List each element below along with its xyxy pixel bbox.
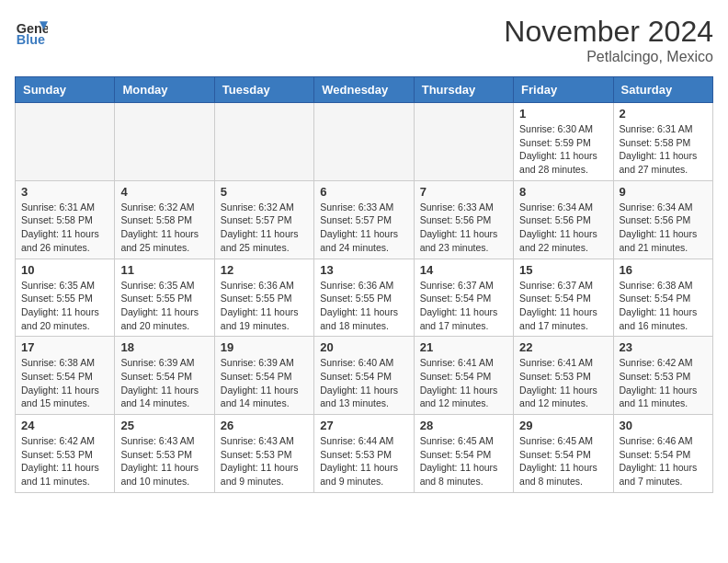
- day-info: Sunrise: 6:37 AMSunset: 5:54 PMDaylight:…: [519, 279, 607, 333]
- day-info: Sunrise: 6:44 AMSunset: 5:53 PMDaylight:…: [320, 434, 407, 488]
- calendar-cell: 6Sunrise: 6:33 AMSunset: 5:57 PMDaylight…: [314, 180, 414, 259]
- column-header-monday: Monday: [115, 77, 214, 103]
- calendar-cell: 22Sunrise: 6:41 AMSunset: 5:53 PMDayligh…: [514, 337, 613, 415]
- day-number: 14: [420, 263, 507, 277]
- calendar-cell: 14Sunrise: 6:37 AMSunset: 5:54 PMDayligh…: [414, 259, 513, 337]
- day-info: Sunrise: 6:37 AMSunset: 5:54 PMDaylight:…: [420, 279, 507, 333]
- day-info: Sunrise: 6:45 AMSunset: 5:54 PMDaylight:…: [420, 434, 507, 488]
- calendar-cell: 3Sunrise: 6:31 AMSunset: 5:58 PMDaylight…: [16, 180, 115, 259]
- day-number: 29: [519, 419, 607, 432]
- day-info: Sunrise: 6:33 AMSunset: 5:57 PMDaylight:…: [320, 201, 407, 255]
- calendar-week-row: 17Sunrise: 6:38 AMSunset: 5:54 PMDayligh…: [16, 337, 713, 415]
- day-number: 1: [519, 107, 607, 121]
- calendar-cell: 5Sunrise: 6:32 AMSunset: 5:57 PMDaylight…: [214, 180, 313, 259]
- day-number: 17: [21, 340, 108, 354]
- day-number: 27: [320, 419, 407, 432]
- day-number: 6: [320, 185, 407, 199]
- calendar-cell: 29Sunrise: 6:45 AMSunset: 5:54 PMDayligh…: [514, 415, 613, 493]
- column-header-sunday: Sunday: [16, 77, 115, 103]
- calendar-cell: 20Sunrise: 6:40 AMSunset: 5:54 PMDayligh…: [314, 337, 414, 415]
- calendar-cell: 17Sunrise: 6:38 AMSunset: 5:54 PMDayligh…: [16, 337, 115, 415]
- day-number: 3: [21, 185, 108, 199]
- day-info: Sunrise: 6:42 AMSunset: 5:53 PMDaylight:…: [620, 356, 707, 410]
- calendar-cell: [214, 103, 313, 181]
- day-info: Sunrise: 6:43 AMSunset: 5:53 PMDaylight:…: [221, 434, 308, 488]
- calendar-cell: [115, 103, 214, 181]
- day-info: Sunrise: 6:41 AMSunset: 5:53 PMDaylight:…: [519, 356, 607, 410]
- calendar-cell: 13Sunrise: 6:36 AMSunset: 5:55 PMDayligh…: [314, 259, 414, 337]
- calendar-cell: 10Sunrise: 6:35 AMSunset: 5:55 PMDayligh…: [16, 259, 115, 337]
- day-info: Sunrise: 6:43 AMSunset: 5:53 PMDaylight:…: [120, 434, 208, 488]
- calendar-cell: 16Sunrise: 6:38 AMSunset: 5:54 PMDayligh…: [613, 259, 712, 337]
- day-info: Sunrise: 6:35 AMSunset: 5:55 PMDaylight:…: [21, 279, 108, 333]
- day-info: Sunrise: 6:46 AMSunset: 5:54 PMDaylight:…: [620, 434, 707, 488]
- day-number: 12: [221, 263, 308, 277]
- location: Petlalcingo, Mexico: [504, 49, 713, 65]
- day-info: Sunrise: 6:34 AMSunset: 5:56 PMDaylight:…: [620, 201, 707, 255]
- logo-icon: General Blue: [15, 15, 48, 48]
- day-number: 4: [120, 185, 208, 199]
- day-number: 28: [420, 419, 507, 432]
- calendar-cell: [16, 103, 115, 181]
- day-number: 9: [620, 185, 707, 199]
- day-number: 24: [21, 419, 108, 432]
- day-number: 21: [420, 340, 507, 354]
- day-number: 22: [519, 340, 607, 354]
- day-number: 15: [519, 263, 607, 277]
- day-info: Sunrise: 6:35 AMSunset: 5:55 PMDaylight:…: [120, 279, 208, 333]
- day-number: 13: [320, 263, 407, 277]
- day-info: Sunrise: 6:45 AMSunset: 5:54 PMDaylight:…: [519, 434, 607, 488]
- day-info: Sunrise: 6:39 AMSunset: 5:54 PMDaylight:…: [120, 356, 208, 410]
- calendar-cell: 1Sunrise: 6:30 AMSunset: 5:59 PMDaylight…: [514, 103, 613, 181]
- calendar-cell: [414, 103, 513, 181]
- calendar-cell: 12Sunrise: 6:36 AMSunset: 5:55 PMDayligh…: [214, 259, 313, 337]
- column-header-saturday: Saturday: [613, 77, 712, 103]
- calendar-cell: 28Sunrise: 6:45 AMSunset: 5:54 PMDayligh…: [414, 415, 513, 493]
- day-number: 30: [620, 419, 707, 432]
- day-info: Sunrise: 6:36 AMSunset: 5:55 PMDaylight:…: [320, 279, 407, 333]
- calendar-week-row: 1Sunrise: 6:30 AMSunset: 5:59 PMDaylight…: [16, 103, 713, 181]
- calendar-cell: 2Sunrise: 6:31 AMSunset: 5:58 PMDaylight…: [613, 103, 712, 181]
- calendar-week-row: 10Sunrise: 6:35 AMSunset: 5:55 PMDayligh…: [16, 259, 713, 337]
- day-info: Sunrise: 6:38 AMSunset: 5:54 PMDaylight:…: [21, 356, 108, 410]
- month-title: November 2024: [504, 15, 713, 49]
- day-number: 26: [221, 419, 308, 432]
- calendar-cell: 23Sunrise: 6:42 AMSunset: 5:53 PMDayligh…: [613, 337, 712, 415]
- day-info: Sunrise: 6:39 AMSunset: 5:54 PMDaylight:…: [221, 356, 308, 410]
- day-number: 23: [620, 340, 707, 354]
- calendar-cell: 11Sunrise: 6:35 AMSunset: 5:55 PMDayligh…: [115, 259, 214, 337]
- day-info: Sunrise: 6:32 AMSunset: 5:57 PMDaylight:…: [221, 201, 308, 255]
- day-info: Sunrise: 6:42 AMSunset: 5:53 PMDaylight:…: [21, 434, 108, 488]
- day-number: 11: [120, 263, 208, 277]
- calendar-cell: 27Sunrise: 6:44 AMSunset: 5:53 PMDayligh…: [314, 415, 414, 493]
- calendar-cell: 7Sunrise: 6:33 AMSunset: 5:56 PMDaylight…: [414, 180, 513, 259]
- column-header-wednesday: Wednesday: [314, 77, 414, 103]
- day-info: Sunrise: 6:31 AMSunset: 5:58 PMDaylight:…: [620, 122, 707, 177]
- calendar-cell: 19Sunrise: 6:39 AMSunset: 5:54 PMDayligh…: [214, 337, 313, 415]
- day-number: 19: [221, 340, 308, 354]
- column-header-tuesday: Tuesday: [214, 77, 313, 103]
- day-number: 10: [21, 263, 108, 277]
- day-info: Sunrise: 6:31 AMSunset: 5:58 PMDaylight:…: [21, 201, 108, 255]
- calendar-table: SundayMondayTuesdayWednesdayThursdayFrid…: [15, 76, 713, 493]
- day-number: 18: [120, 340, 208, 354]
- day-info: Sunrise: 6:33 AMSunset: 5:56 PMDaylight:…: [420, 201, 507, 255]
- day-info: Sunrise: 6:36 AMSunset: 5:55 PMDaylight:…: [221, 279, 308, 333]
- calendar-cell: 25Sunrise: 6:43 AMSunset: 5:53 PMDayligh…: [115, 415, 214, 493]
- day-number: 7: [420, 185, 507, 199]
- column-header-friday: Friday: [514, 77, 613, 103]
- day-info: Sunrise: 6:32 AMSunset: 5:58 PMDaylight:…: [120, 201, 208, 255]
- calendar-cell: 21Sunrise: 6:41 AMSunset: 5:54 PMDayligh…: [414, 337, 513, 415]
- calendar-week-row: 3Sunrise: 6:31 AMSunset: 5:58 PMDaylight…: [16, 180, 713, 259]
- day-number: 8: [519, 185, 607, 199]
- calendar-cell: 4Sunrise: 6:32 AMSunset: 5:58 PMDaylight…: [115, 180, 214, 259]
- column-header-thursday: Thursday: [414, 77, 513, 103]
- svg-text:Blue: Blue: [17, 32, 45, 47]
- page-header: General Blue November 2024 Petlalcingo, …: [15, 15, 713, 65]
- day-number: 16: [620, 263, 707, 277]
- calendar-header-row: SundayMondayTuesdayWednesdayThursdayFrid…: [16, 77, 713, 103]
- calendar-cell: 9Sunrise: 6:34 AMSunset: 5:56 PMDaylight…: [613, 180, 712, 259]
- calendar-cell: 26Sunrise: 6:43 AMSunset: 5:53 PMDayligh…: [214, 415, 313, 493]
- day-info: Sunrise: 6:30 AMSunset: 5:59 PMDaylight:…: [519, 122, 607, 177]
- day-number: 25: [120, 419, 208, 432]
